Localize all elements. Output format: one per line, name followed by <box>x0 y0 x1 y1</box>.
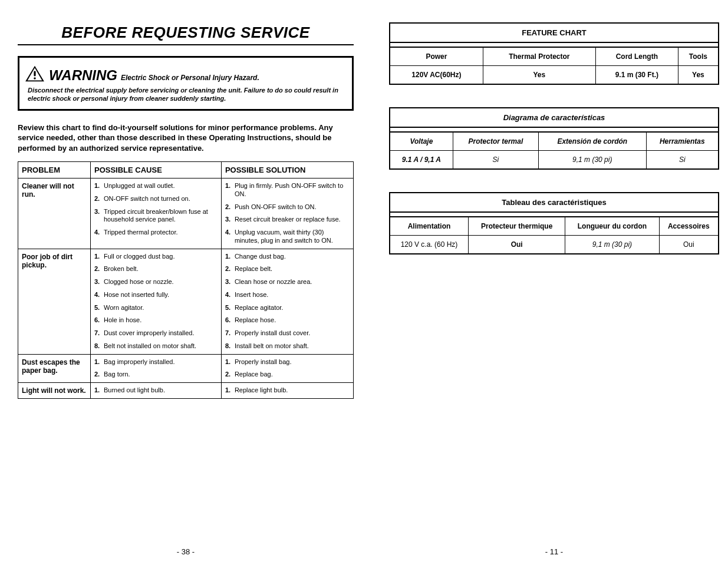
warning-box: WARNING Electric Shock or Personal Injur… <box>18 56 354 111</box>
cause-item: Hose not inserted fully. <box>104 291 218 299</box>
val-tools: Yes <box>678 66 718 84</box>
problem-cell: Dust escapes the paper bag. <box>18 354 91 383</box>
feature-title: FEATURE CHART <box>390 24 718 43</box>
instructions-text: Review this chart to find do-it-yourself… <box>18 123 354 154</box>
page-number-right: - 11 - <box>389 535 719 556</box>
solution-item: Unplug vacuum, wait thirty (30) minutes,… <box>235 229 350 245</box>
cause-item: Hole in hose. <box>104 316 218 325</box>
cause-item: Clogged hose or nozzle. <box>104 278 218 286</box>
th-cause: POSSIBLE CAUSE <box>91 162 222 178</box>
feature-data-row: 9.1 A / 9,1 A Si 9,1 m (30 pi) Si <box>390 151 718 168</box>
val-protector: Si <box>453 151 538 168</box>
cause-item: ON-OFF switch not turned on. <box>104 195 218 203</box>
table-row: Cleaner will not run. 1.Unplugged at wal… <box>18 178 354 249</box>
th-solution: POSSIBLE SOLUTION <box>221 162 353 178</box>
val-protecteur: Oui <box>468 236 565 253</box>
solution-item: Properly install bag. <box>235 358 350 366</box>
col-voltaje: Voltaje <box>390 131 453 151</box>
val-longueur: 9,1 m (30 pi) <box>565 236 658 253</box>
cause-cell: 1.Full or clogged dust bag. 2.Broken bel… <box>91 249 222 354</box>
problem-cell: Cleaner will not run. <box>18 178 91 249</box>
val-accessoires: Oui <box>659 236 719 253</box>
feature-title-row: Tableau des caractéristiques <box>390 193 718 213</box>
table-header-row: PROBLEM POSSIBLE CAUSE POSSIBLE SOLUTION <box>18 162 354 178</box>
feature-subhead-row: Voltaje Protector termal Extensión de co… <box>390 131 718 151</box>
feature-chart-es: Diagrama de características Voltaje Prot… <box>389 107 719 170</box>
cause-item: Unplugged at wall outlet. <box>104 182 218 190</box>
cause-cell: 1.Bag improperly installed. 2.Bag torn. <box>91 354 222 383</box>
cause-item: Bag improperly installed. <box>104 358 218 366</box>
feature-title-row: Diagrama de características <box>390 108 718 128</box>
solution-cell: 1.Change dust bag. 2.Replace belt. 3.Cle… <box>221 249 353 354</box>
cause-cell: 1.Burned out light bulb. <box>91 383 222 399</box>
cause-item: Dust cover improperly installed. <box>104 329 218 338</box>
page-number-left: - 38 - <box>18 535 354 556</box>
col-alimentation: Alimentation <box>390 216 468 236</box>
solution-item: Clean hose or nozzle area. <box>235 278 350 286</box>
cause-item: Belt not installed on motor shaft. <box>104 342 218 351</box>
feature-title: Diagrama de características <box>390 108 718 128</box>
solution-item: Replace belt. <box>235 265 350 273</box>
feature-data-row: 120V AC(60Hz) Yes 9.1 m (30 Ft.) Yes <box>390 66 718 84</box>
col-thermal: Thermal Protector <box>483 47 595 66</box>
svg-point-1 <box>34 77 36 80</box>
col-extension: Extensión de cordón <box>538 131 645 151</box>
solution-item: Reset circuit breaker or replace fuse. <box>235 216 350 224</box>
problem-cell: Light will not work. <box>18 383 91 399</box>
warning-word: WARNING <box>49 67 117 84</box>
table-row: Dust escapes the paper bag. 1.Bag improp… <box>18 354 354 383</box>
solution-item: Replace light bulb. <box>235 386 350 395</box>
cause-item: Worn agitator. <box>104 304 218 312</box>
solution-cell: 1.Plug in firmly. Push ON-OFF switch to … <box>221 178 353 249</box>
solution-item: Change dust bag. <box>235 253 350 261</box>
col-longueur: Longueur du cordon <box>565 216 658 236</box>
val-power: 120V AC(60Hz) <box>390 66 483 84</box>
cause-item: Tripped circuit breaker/blown fuse at ho… <box>104 208 218 224</box>
feature-subhead-row: Alimentation Protecteur thermique Longue… <box>390 216 718 236</box>
feature-chart-en: FEATURE CHART Power Thermal Protector Co… <box>389 22 719 85</box>
cause-item: Broken belt. <box>104 265 218 273</box>
col-protector: Protector termal <box>453 131 538 151</box>
svg-rect-0 <box>34 71 35 77</box>
cause-cell: 1.Unplugged at wall outlet. 2.ON-OFF swi… <box>91 178 222 249</box>
val-voltaje: 9.1 A / 9,1 A <box>390 151 453 168</box>
right-page: FEATURE CHART Power Thermal Protector Co… <box>389 18 719 556</box>
feature-subhead-row: Power Thermal Protector Cord Length Tool… <box>390 47 718 66</box>
solution-item: Insert hose. <box>235 291 350 299</box>
solution-item: Replace hose. <box>235 316 350 325</box>
th-problem: PROBLEM <box>18 162 91 178</box>
warning-header: WARNING Electric Shock or Personal Injur… <box>24 62 346 84</box>
cause-item: Bag torn. <box>104 371 218 379</box>
val-thermal: Yes <box>483 66 595 84</box>
feature-title: Tableau des caractéristiques <box>390 193 718 213</box>
col-accessoires: Accessoires <box>659 216 719 236</box>
col-protecteur: Protecteur thermique <box>468 216 565 236</box>
val-extension: 9,1 m (30 pi) <box>538 151 645 168</box>
col-herramientas: Herramientas <box>646 131 719 151</box>
val-cord: 9.1 m (30 Ft.) <box>595 66 678 84</box>
feature-chart-fr: Tableau des caractéristiques Alimentatio… <box>389 192 719 254</box>
col-tools: Tools <box>678 47 718 66</box>
cause-item: Full or clogged dust bag. <box>104 253 218 261</box>
solution-item: Replace agitator. <box>235 304 350 312</box>
left-page: BEFORE REQUESTING SERVICE WARNING Electr… <box>18 18 354 556</box>
warning-body-text: Disconnect the electrical supply before … <box>28 86 346 103</box>
warning-hazard: Electric Shock or Personal Injury Hazard… <box>121 74 259 82</box>
solution-item: Properly install dust cover. <box>235 329 350 338</box>
solution-cell: 1.Replace light bulb. <box>221 383 353 399</box>
problem-cell: Poor job of dirt pickup. <box>18 249 91 354</box>
col-cord: Cord Length <box>595 47 678 66</box>
col-power: Power <box>390 47 483 66</box>
warning-triangle-icon <box>24 65 45 82</box>
solution-item: Replace bag. <box>235 371 350 379</box>
solution-item: Install belt on motor shaft. <box>235 342 350 351</box>
solution-item: Push ON-OFF switch to ON. <box>235 203 350 211</box>
val-alimentation: 120 V c.a. (60 Hz) <box>390 236 468 253</box>
cause-item: Burned out light bulb. <box>104 386 218 395</box>
cause-item: Tripped thermal protector. <box>104 229 218 237</box>
val-herramientas: Si <box>646 151 719 168</box>
feature-data-row: 120 V c.a. (60 Hz) Oui 9,1 m (30 pi) Oui <box>390 236 718 253</box>
feature-title-row: FEATURE CHART <box>390 24 718 43</box>
solution-item: Plug in firmly. Push ON-OFF switch to ON… <box>235 182 350 199</box>
table-row: Poor job of dirt pickup. 1.Full or clogg… <box>18 249 354 354</box>
